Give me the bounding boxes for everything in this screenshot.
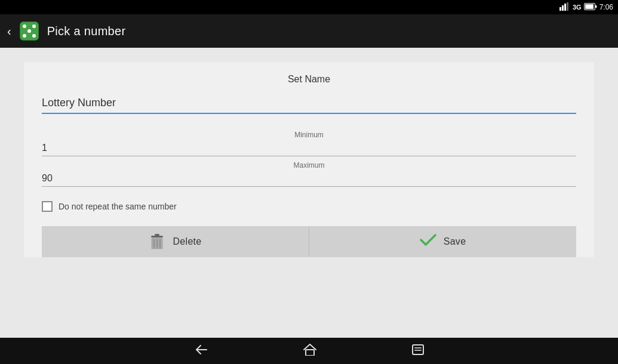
svg-point-9 (23, 24, 26, 28)
set-name-input[interactable] (42, 94, 576, 114)
signal-icon (559, 2, 570, 12)
svg-rect-15 (155, 234, 159, 236)
maximum-input[interactable] (42, 171, 576, 187)
save-label: Save (444, 236, 466, 247)
nav-back-button[interactable] (195, 344, 208, 358)
maximum-label: Maximum (42, 161, 576, 169)
svg-rect-0 (559, 7, 561, 11)
nav-home-button[interactable] (303, 344, 316, 359)
back-button[interactable]: ‹ (7, 24, 11, 38)
time-display: 7:06 (599, 3, 613, 11)
button-row: Delete Save (42, 226, 576, 257)
svg-rect-21 (306, 350, 314, 356)
svg-point-13 (32, 34, 36, 38)
top-bar: ‹ Pick a number (0, 14, 618, 48)
delete-label: Delete (173, 236, 201, 247)
minimum-label: Minimum (42, 131, 576, 139)
status-icons: 3G 7:06 (559, 2, 613, 12)
no-repeat-row: Do not repeat the same number (42, 192, 576, 224)
svg-point-10 (32, 24, 36, 28)
delete-button[interactable]: Delete (42, 226, 309, 257)
maximum-group: Maximum (42, 161, 576, 187)
set-name-group (42, 94, 576, 124)
nav-bar (0, 338, 618, 364)
section-title: Set Name (42, 74, 576, 85)
svg-rect-14 (151, 236, 163, 237)
svg-rect-6 (595, 5, 597, 8)
nav-recents-button[interactable] (412, 344, 424, 358)
status-bar: 3G 7:06 (0, 0, 618, 14)
minimum-input[interactable] (42, 140, 576, 156)
svg-point-11 (27, 29, 31, 33)
minimum-group: Minimum (42, 131, 576, 156)
svg-rect-3 (567, 2, 568, 11)
save-button[interactable]: Save (309, 226, 576, 257)
svg-point-12 (23, 34, 26, 38)
main-content: Set Name Minimum Maximum Do not repeat t… (0, 48, 618, 338)
svg-rect-2 (564, 4, 566, 11)
svg-rect-24 (414, 350, 422, 351)
no-repeat-label: Do not repeat the same number (59, 202, 177, 211)
app-title: Pick a number (47, 24, 126, 38)
no-repeat-checkbox[interactable] (42, 201, 53, 212)
checkmark-icon (420, 233, 436, 251)
svg-rect-23 (414, 347, 422, 348)
app-icon (19, 20, 40, 42)
trash-icon (149, 233, 165, 250)
battery-icon (584, 3, 597, 11)
svg-rect-1 (562, 5, 564, 11)
svg-rect-5 (585, 4, 594, 9)
form-card: Set Name Minimum Maximum Do not repeat t… (24, 62, 594, 257)
network-type: 3G (573, 4, 582, 11)
